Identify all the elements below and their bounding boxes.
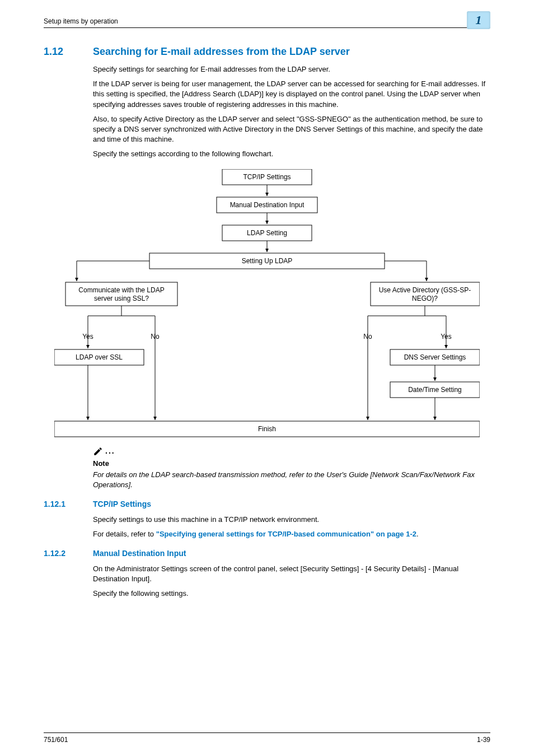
- paragraph: Specify settings to use this machine in …: [93, 515, 490, 525]
- flow-decision: NEGO)?: [412, 295, 438, 303]
- paragraph: If the LDAP server is being for user man…: [93, 79, 490, 110]
- paragraph: Specify the settings according to the fo…: [93, 149, 490, 159]
- flowchart: TCP/IP Settings Manual Destination Input…: [44, 169, 490, 438]
- paragraph: Also, to specify Active Directory as the…: [93, 114, 490, 145]
- flow-node: DNS Server Settings: [404, 354, 466, 362]
- paragraph: For details, refer to "Specifying genera…: [93, 529, 490, 539]
- subsection-heading: 1.12.1 TCP/IP Settings: [44, 499, 490, 510]
- subsection-number: 1.12.2: [44, 548, 93, 559]
- flow-node: LDAP Setting: [247, 230, 287, 237]
- flow-node: Manual Destination Input: [230, 202, 305, 209]
- footer-model: 751/601: [44, 735, 68, 745]
- flow-node: Finish: [258, 426, 276, 433]
- subsection-number: 1.12.1: [44, 499, 93, 510]
- flow-node: LDAP over SSL: [76, 354, 123, 362]
- flow-decision: Use Active Directory (GSS-SP-: [379, 287, 471, 295]
- note-label: Note: [93, 459, 490, 469]
- subsection-title: Manual Destination Input: [93, 548, 186, 559]
- note-block: ... Note For details on the LDAP search-…: [93, 445, 490, 490]
- page-header: Setup items by operation: [44, 17, 490, 28]
- flow-node: Date/Time Setting: [408, 386, 462, 394]
- flow-node: TCP/IP Settings: [243, 174, 291, 181]
- note-dots: ...: [105, 446, 115, 457]
- flow-decision: Communicate with the LDAP: [78, 287, 164, 295]
- flow-node: Setting Up LDAP: [242, 258, 293, 265]
- page-footer: 751/601 1-39: [44, 732, 490, 745]
- paragraph: On the Administrator Settings screen of …: [93, 564, 490, 584]
- flow-label-yes: Yes: [441, 333, 452, 341]
- flow-label-no: No: [363, 333, 372, 341]
- text: For details, refer to: [93, 530, 156, 538]
- section-number: 1.12: [44, 45, 93, 59]
- paragraph: Specify settings for searching for E-mai…: [93, 64, 490, 74]
- section-heading: 1.12 Searching for E-mail addresses from…: [44, 45, 490, 59]
- chapter-tab: 1: [467, 11, 490, 29]
- paragraph: Specify the following settings.: [93, 589, 490, 599]
- flow-decision: server using SSL?: [94, 295, 149, 303]
- footer-page-number: 1-39: [477, 735, 490, 745]
- flow-label-yes: Yes: [82, 333, 93, 341]
- note-icon: [93, 445, 103, 457]
- text: .: [416, 530, 419, 538]
- section-title: Searching for E-mail addresses from the …: [93, 45, 350, 59]
- cross-reference-link[interactable]: "Specifying general settings for TCP/IP-…: [156, 530, 416, 538]
- flow-label-no: No: [151, 333, 160, 341]
- subsection-heading: 1.12.2 Manual Destination Input: [44, 548, 490, 559]
- header-breadcrumb: Setup items by operation: [44, 17, 118, 26]
- note-text: For details on the LDAP search-based tra…: [93, 470, 490, 490]
- subsection-title: TCP/IP Settings: [93, 499, 151, 510]
